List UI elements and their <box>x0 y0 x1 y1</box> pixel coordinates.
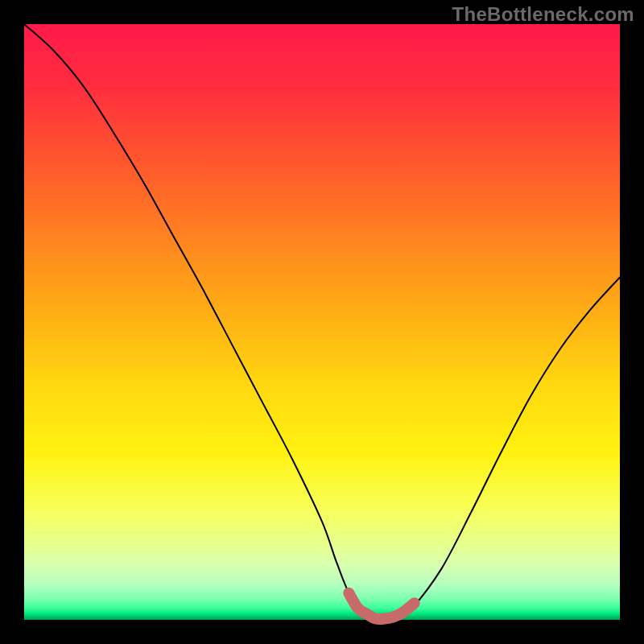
chart-frame: TheBottleneck.com <box>0 0 644 644</box>
plot-area <box>24 24 620 620</box>
watermark-text: TheBottleneck.com <box>452 3 634 26</box>
curve-svg <box>24 24 620 620</box>
optimal-zone-highlight <box>349 593 414 619</box>
bottleneck-curve <box>24 24 620 621</box>
